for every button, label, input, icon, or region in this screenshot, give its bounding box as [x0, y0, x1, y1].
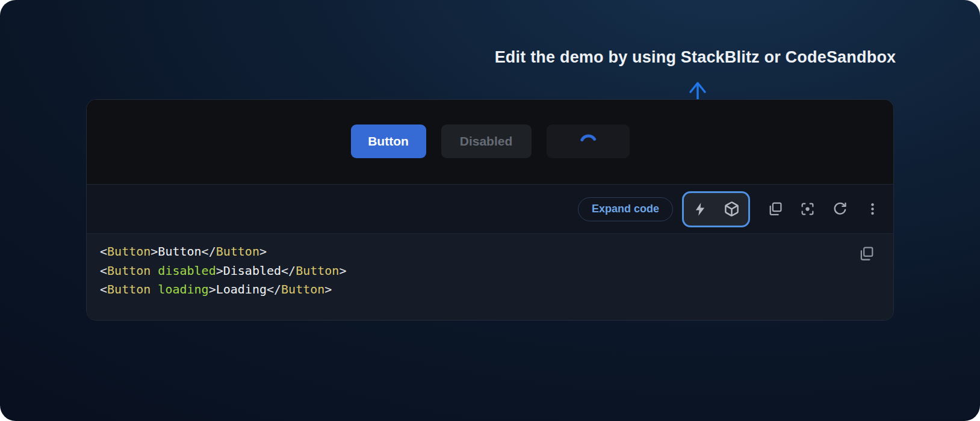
component-demo-card: Button Disabled Expand code — [86, 99, 894, 321]
codesandbox-cube-icon[interactable] — [724, 201, 740, 217]
annotation-text: Edit the demo by using StackBlitz or Cod… — [479, 48, 912, 67]
focus-center-icon[interactable] — [800, 201, 815, 217]
stackblitz-lightning-icon[interactable] — [692, 201, 708, 217]
code-snippet: <Button>Button</Button> <Button disabled… — [100, 242, 893, 300]
demo-toolbar: Expand code — [87, 185, 893, 234]
demo-primary-button[interactable]: Button — [351, 124, 426, 158]
docs-dark-page: Edit the demo by using StackBlitz or Cod… — [0, 0, 980, 421]
expand-code-button[interactable]: Expand code — [578, 197, 673, 221]
demo-disabled-button: Disabled — [441, 124, 532, 158]
loading-spinner-icon — [579, 128, 597, 146]
code-block: <Button>Button</Button> <Button disabled… — [87, 234, 893, 320]
copy-snippet-icon[interactable] — [858, 246, 874, 262]
demo-loading-button[interactable] — [547, 124, 630, 158]
copy-code-icon[interactable] — [768, 201, 783, 217]
demo-preview-area: Button Disabled — [87, 100, 893, 185]
more-vertical-icon[interactable] — [865, 201, 880, 217]
sandbox-icons-highlight-box — [682, 191, 750, 227]
refresh-icon[interactable] — [833, 201, 848, 217]
